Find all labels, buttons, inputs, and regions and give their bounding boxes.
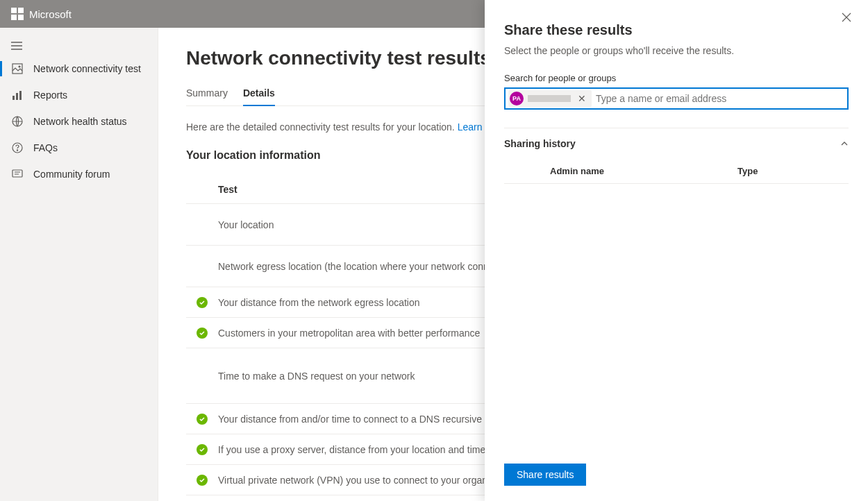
sidebar-item-faqs[interactable]: FAQs bbox=[0, 135, 158, 161]
svg-point-1 bbox=[19, 66, 20, 67]
svg-rect-2 bbox=[12, 96, 15, 100]
bar-chart-icon bbox=[11, 89, 24, 101]
close-icon bbox=[842, 12, 851, 22]
check-circle-icon bbox=[197, 444, 208, 455]
svg-rect-3 bbox=[16, 93, 18, 100]
status-cell bbox=[186, 414, 218, 425]
status-cell bbox=[186, 297, 218, 308]
microsoft-logo-icon bbox=[11, 8, 24, 20]
status-cell bbox=[186, 328, 218, 339]
brand-label: Microsoft bbox=[29, 8, 72, 20]
avatar: PA bbox=[510, 92, 524, 105]
globe-icon bbox=[11, 115, 24, 128]
status-cell bbox=[186, 444, 218, 455]
share-panel: Share these results Select the people or… bbox=[485, 0, 868, 501]
microsoft-logo: Microsoft bbox=[11, 8, 72, 20]
sidebar-item-reports[interactable]: Reports bbox=[0, 82, 158, 108]
people-picker[interactable]: PA ✕ bbox=[504, 87, 849, 110]
hamburger-menu-icon[interactable] bbox=[0, 36, 158, 56]
people-chip: PA ✕ bbox=[508, 90, 592, 107]
check-circle-icon bbox=[197, 475, 208, 486]
share-results-button[interactable]: Share results bbox=[504, 464, 586, 486]
check-circle-icon bbox=[197, 414, 208, 425]
check-circle-icon bbox=[197, 297, 208, 308]
column-admin-name: Admin name bbox=[504, 166, 737, 176]
tab-summary[interactable]: Summary bbox=[186, 82, 228, 105]
sidebar-item-network-connectivity-test[interactable]: Network connectivity test bbox=[0, 56, 158, 82]
help-icon bbox=[11, 142, 24, 154]
panel-title: Share these results bbox=[504, 22, 849, 38]
sidebar-item-label: Network health status bbox=[33, 116, 127, 127]
sidebar: Network connectivity test Reports Networ… bbox=[0, 28, 158, 501]
tab-details[interactable]: Details bbox=[243, 82, 275, 105]
svg-rect-4 bbox=[19, 91, 22, 100]
sidebar-item-label: Reports bbox=[33, 90, 67, 101]
check-circle-icon bbox=[197, 328, 208, 339]
sidebar-item-label: Network connectivity test bbox=[33, 63, 141, 74]
chat-icon bbox=[11, 168, 24, 180]
sharing-history-label: Sharing history bbox=[504, 138, 576, 149]
panel-subtitle: Select the people or groups who'll recei… bbox=[504, 45, 849, 56]
remove-chip-icon[interactable]: ✕ bbox=[575, 93, 589, 104]
panel-footer: Share results bbox=[485, 452, 868, 501]
divider bbox=[504, 128, 849, 128]
chevron-up-icon bbox=[840, 139, 849, 148]
sidebar-item-community-forum[interactable]: Community forum bbox=[0, 161, 158, 187]
image-icon bbox=[11, 62, 24, 75]
svg-rect-0 bbox=[12, 64, 22, 74]
sharing-history-toggle[interactable]: Sharing history bbox=[504, 138, 849, 149]
status-cell bbox=[186, 475, 218, 486]
search-field-label: Search for people or groups bbox=[504, 73, 849, 83]
close-button[interactable] bbox=[842, 12, 851, 22]
people-search-input[interactable] bbox=[594, 90, 844, 107]
sidebar-item-label: FAQs bbox=[33, 142, 58, 153]
history-columns: Admin name Type bbox=[504, 159, 849, 184]
svg-rect-8 bbox=[12, 170, 22, 177]
column-type: Type bbox=[737, 166, 849, 176]
sidebar-item-network-health-status[interactable]: Network health status bbox=[0, 108, 158, 135]
svg-point-7 bbox=[17, 150, 17, 151]
sidebar-item-label: Community forum bbox=[33, 169, 110, 180]
chip-name-redacted bbox=[528, 95, 571, 102]
